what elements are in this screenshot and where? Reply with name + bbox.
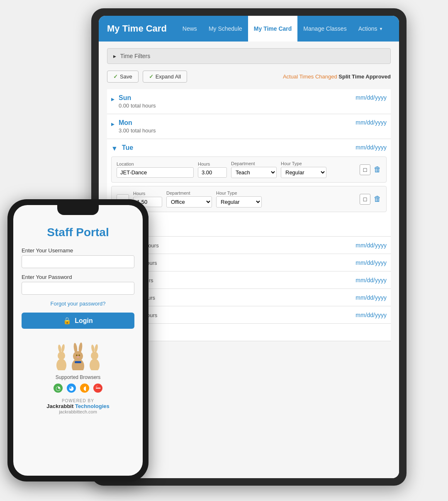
thu-date[interactable]: mm/dd/yyyy [355, 259, 387, 266]
entry-1-dept-field: Department Teach Office Admin [231, 161, 277, 178]
password-input[interactable] [22, 282, 134, 295]
day-row-mon: ▸ Mon 3.00 total hours mm/dd/yyyy [107, 114, 391, 139]
sun-expand-arrow[interactable]: ▸ [111, 95, 114, 103]
entry-1-copy-button[interactable]: □ [360, 164, 370, 175]
expand-all-label: Expand All [156, 73, 181, 80]
firefox-icon: ◖ [80, 384, 89, 393]
day-row-fri: ▸ Fri total hours mm/dd/yyyy [107, 271, 391, 289]
day-row-wed: ▸ Wed total hours mm/dd/yyyy [107, 237, 391, 254]
nav-my-time-card[interactable]: My Time Card [248, 16, 298, 42]
copy-icon-2: □ [363, 196, 367, 203]
mon-day-hours: 3.00 total hours [119, 127, 156, 134]
mon-day-date[interactable]: mm/dd/yyyy [355, 119, 387, 126]
nav-actions[interactable]: Actions [353, 16, 389, 42]
sun-day-hours: 0.00 total hours [119, 103, 156, 109]
entry-2-htype-field: Hour Type Regular Overtime [216, 191, 262, 208]
svg-point-7 [94, 344, 98, 353]
no-ie-icon: ⛔ [93, 384, 102, 393]
tablet-nav: News My Schedule My Time Card Manage Cla… [177, 16, 389, 42]
wed-info: Wed total hours [118, 242, 355, 249]
day-row-sun2: ▸ Sun total hours mm/dd/yyyy [107, 306, 391, 324]
toolbar-left: ✓ Save ✓ Expand All [107, 71, 187, 83]
entry-2-inputs: Hours Department Teach Office Admin [117, 191, 381, 208]
lock-icon: 🔒 [63, 317, 71, 325]
copy-icon: □ [363, 166, 367, 173]
sat-date[interactable]: mm/dd/yyyy [355, 294, 387, 301]
entry-2-dept-field: Department Teach Office Admin [166, 191, 212, 208]
sun-day-date[interactable]: mm/dd/yyyy [355, 94, 387, 101]
expand-check-icon: ✓ [149, 73, 153, 80]
entry-2-htype-select[interactable]: Regular Overtime [216, 196, 262, 208]
tue-day-name: Tue [122, 144, 143, 152]
entry-2-delete-button[interactable]: 🗑 [374, 195, 381, 203]
nav-my-schedule[interactable]: My Schedule [203, 16, 248, 42]
fri-info: Fri total hours [118, 276, 355, 284]
login-label: Login [75, 317, 93, 325]
supported-browsers-label: Supported Browsers [56, 374, 101, 380]
powered-by-label: POWERED BY [62, 398, 94, 403]
phone: Staff Portal Enter Your Username Enter Y… [7, 199, 149, 481]
phone-notch [57, 205, 99, 215]
svg-point-5 [91, 352, 98, 360]
tablet-title: My Time Card [107, 23, 167, 34]
expand-all-button[interactable]: ✓ Expand All [143, 71, 187, 83]
username-input[interactable] [22, 255, 134, 268]
htype-label-2: Hour Type [216, 191, 262, 196]
chrome-icon: ◔ [54, 384, 63, 393]
browser-icons-container: ◔ ◕ ◖ ⛔ [54, 384, 102, 393]
jackrabbit-tech: Technologies [73, 403, 109, 409]
forgot-password-link[interactable]: Forgot your password? [51, 301, 106, 307]
sun2-info: Sun total hours [118, 311, 355, 319]
phone-screen: Staff Portal Enter Your Username Enter Y… [13, 205, 143, 476]
jackrabbit-brand: Jackrabbit Technologies [46, 403, 109, 409]
day-row-tue: ▼ Tue mm/dd/yyyy Location [107, 139, 391, 237]
time-filters-arrow: ▸ [113, 53, 116, 59]
toolbar-status: Actual Times Changed Split Time Approved [283, 73, 391, 80]
sun-day-name: Sun [119, 94, 156, 102]
login-button[interactable]: 🔒 Login [22, 313, 134, 329]
total-hours-row: Total Hours [107, 324, 391, 341]
svg-point-0 [56, 359, 66, 370]
username-label: Enter Your Username [22, 247, 73, 254]
fri-date[interactable]: mm/dd/yyyy [355, 277, 387, 283]
toolbar: ✓ Save ✓ Expand All Actual Times Changed… [107, 71, 391, 83]
entry-2-dept-select[interactable]: Teach Office Admin [166, 196, 212, 208]
save-button[interactable]: ✓ Save [107, 71, 139, 83]
svg-point-3 [61, 344, 65, 353]
bunnies-svg [49, 337, 107, 370]
nav-news[interactable]: News [177, 16, 203, 42]
tue-expand-arrow[interactable]: ▼ [111, 145, 118, 152]
entry-1-dept-select[interactable]: Teach Office Admin [231, 167, 277, 178]
entry-2-copy-button[interactable]: □ [360, 194, 370, 205]
dept-label-1: Department [231, 161, 277, 166]
entry-1-delete-button[interactable]: 🗑 [374, 165, 381, 174]
entry-1-inputs: Location Hours Department Teach [117, 161, 381, 178]
svg-point-12 [76, 354, 78, 356]
entry-1-hours-field: Hours [198, 161, 227, 178]
hours-label-1: Hours [198, 161, 227, 166]
save-check-icon: ✓ [113, 73, 118, 80]
entry-1-actions: □ 🗑 [360, 164, 381, 175]
wed-date[interactable]: mm/dd/yyyy [355, 242, 387, 249]
mon-expand-arrow[interactable]: ▸ [111, 120, 114, 128]
tue-entry-2: Hours Department Teach Office Admin [111, 186, 387, 212]
svg-point-13 [78, 354, 80, 356]
dept-label-2: Department [166, 191, 212, 196]
entry-1-location-field: Location [117, 161, 194, 178]
tue-entries: Location Hours Department Teach [111, 156, 387, 228]
entry-1-htype-select[interactable]: Regular Overtime [281, 167, 326, 178]
time-filters-label: Time Filters [120, 53, 151, 59]
password-label: Enter Your Password [22, 274, 72, 280]
entry-1-hours-input[interactable] [198, 167, 227, 178]
sun2-date[interactable]: mm/dd/yyyy [355, 312, 387, 318]
time-filters-bar[interactable]: ▸ Time Filters [107, 48, 391, 64]
day-row-sun: ▸ Sun 0.00 total hours mm/dd/yyyy [107, 89, 391, 114]
entry-2-actions: □ 🗑 [360, 194, 381, 205]
tue-day-date[interactable]: mm/dd/yyyy [355, 144, 387, 151]
jackrabbit-url: jackrabbittech.com [59, 409, 97, 414]
jackrabbit-jack: Jackrabbit [46, 403, 73, 409]
entry-1-location-input[interactable] [117, 167, 194, 178]
hours-label-2: Hours [133, 191, 162, 196]
nav-manage-classes[interactable]: Manage Classes [297, 16, 352, 42]
mon-day-name: Mon [119, 119, 156, 127]
